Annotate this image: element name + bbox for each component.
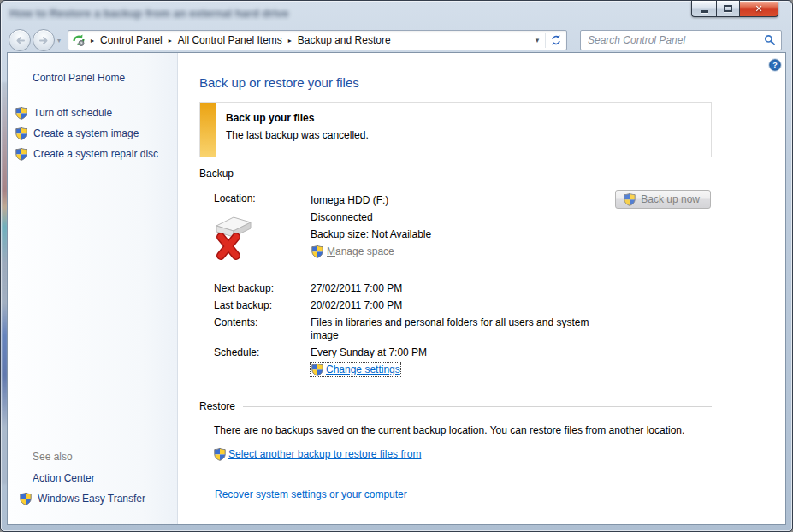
search-input[interactable] (581, 34, 759, 46)
sidebar-item-action-center[interactable]: Action Center (15, 471, 177, 484)
disconnected-drive-icon (213, 210, 254, 260)
title-bar[interactable]: How to Restore a backup from an external… (1, 1, 792, 27)
address-bar[interactable]: ▸ Control Panel ▸ All Control Panel Item… (68, 30, 567, 50)
breadcrumb-all-items[interactable]: All Control Panel Items (177, 32, 283, 49)
uac-shield-icon (213, 447, 227, 461)
schedule-label: Schedule: (214, 346, 311, 380)
sidebar-item-create-repair-disc[interactable]: Create a system repair disc (15, 147, 177, 160)
uac-shield-icon (15, 106, 28, 120)
minimize-button[interactable] (691, 1, 716, 17)
sidebar-item-label: Windows Easy Transfer (38, 493, 145, 505)
see-also-heading: See also (33, 451, 177, 463)
banner-accent-bar (200, 103, 216, 157)
breadcrumb-arrow-icon: ▸ (163, 37, 177, 44)
breadcrumb-arrow-icon: ▸ (86, 37, 99, 44)
uac-shield-icon (15, 127, 28, 140)
sidebar-item-label: Create a system repair disc (33, 148, 158, 160)
contents-value: Files in libraries and personal folders … (311, 316, 593, 342)
table-row: Schedule: Every Sunday at 7:00 PM Change… (199, 346, 712, 380)
location-label: Location: (214, 192, 256, 204)
main-content: ? Back up or restore your files Back up … (178, 53, 785, 524)
backup-section-label: Backup (199, 168, 234, 180)
table-row: Last backup: 20/02/2011 7:00 PM (199, 299, 712, 312)
back-button[interactable] (9, 29, 31, 51)
contents-label: Contents: (214, 316, 311, 342)
nav-buttons: ▾ (9, 29, 61, 51)
breadcrumb-arrow-icon: ▸ (283, 37, 297, 44)
breadcrumb-backup-restore[interactable]: Backup and Restore (297, 32, 392, 49)
table-row: Next backup: 27/02/2011 7:00 PM (199, 282, 712, 295)
maximize-button[interactable] (716, 1, 740, 17)
change-settings-label: Change settings (326, 364, 400, 376)
uac-shield-icon (311, 245, 324, 258)
last-backup-label: Last backup: (214, 299, 311, 312)
uac-shield-icon (311, 363, 324, 376)
recover-system-link[interactable]: Recover system settings or your computer (215, 488, 712, 500)
backup-size: Backup size: Not Available (311, 226, 712, 243)
sidebar-item-windows-easy-transfer[interactable]: Windows Easy Transfer (15, 492, 177, 505)
sidebar-item-label: Action Center (33, 472, 95, 484)
banner-message: The last backup was cancelled. (226, 129, 369, 141)
sidebar-item-turn-off-schedule[interactable]: Turn off schedule (15, 106, 177, 119)
close-icon: ✕ (755, 4, 762, 14)
recent-pages-dropdown[interactable]: ▾ (57, 37, 61, 44)
sidebar-item-label: Create a system image (33, 127, 139, 139)
help-icon: ? (768, 58, 782, 72)
restore-message: There are no backups saved on the curren… (214, 424, 712, 436)
refresh-button[interactable] (546, 34, 566, 46)
client-area: Control Panel Home Turn off schedule Cre… (8, 53, 785, 524)
restore-section-header: Restore (199, 400, 712, 412)
breadcrumb-control-panel[interactable]: Control Panel (99, 32, 163, 49)
sidebar-item-control-panel-home[interactable]: Control Panel Home (33, 72, 177, 84)
search-icon (764, 34, 776, 46)
schedule-value: Every Sunday at 7:00 PM Change settings (311, 346, 427, 380)
uac-shield-icon (19, 492, 33, 505)
back-up-now-label: Back up now (641, 193, 700, 205)
forward-button[interactable] (33, 29, 55, 51)
uac-shield-icon (15, 147, 28, 161)
last-backup-value: 20/02/2011 7:00 PM (311, 299, 402, 312)
restore-section-label: Restore (199, 400, 235, 412)
section-divider (241, 174, 712, 174)
backup-section: Location: Iomega HDD (F:) Disconnected B… (199, 192, 712, 380)
forward-arrow-icon (38, 35, 50, 46)
window-controls: ✕ (691, 1, 778, 17)
aero-glass-reflection (2, 82, 8, 484)
manage-space-label: Manage space (327, 243, 394, 260)
sidebar-tasks: Turn off schedule Create a system image … (8, 106, 177, 160)
status-banner: Back up your files The last backup was c… (199, 102, 712, 157)
close-button[interactable]: ✕ (740, 1, 778, 17)
backup-section-header: Backup (199, 168, 712, 180)
help-button[interactable]: ? (768, 58, 782, 74)
drive-status: Disconnected (311, 209, 712, 226)
search-button[interactable] (759, 31, 781, 50)
next-backup-value: 27/02/2011 7:00 PM (311, 282, 402, 295)
schedule-text: Every Sunday at 7:00 PM (311, 346, 427, 358)
change-settings-link[interactable]: Change settings (311, 363, 400, 376)
navigation-bar: ▾ ▸ Control Panel ▸ All Control Panel It… (1, 27, 792, 53)
sidebar-item-label: Turn off schedule (33, 107, 112, 119)
sidebar-item-create-system-image[interactable]: Create a system image (15, 127, 177, 139)
select-another-backup-link[interactable]: Select another backup to restore files f… (213, 447, 712, 461)
search-box (580, 30, 782, 50)
manage-space-link[interactable]: Manage space (311, 243, 712, 260)
uac-shield-icon (623, 192, 636, 206)
sidebar: Control Panel Home Turn off schedule Cre… (8, 53, 178, 524)
address-dropdown-icon[interactable]: ▾ (530, 36, 545, 44)
refresh-icon (550, 34, 562, 46)
banner-body: Back up your files The last backup was c… (216, 103, 369, 157)
backup-restore-window: How to Restore a backup from an external… (0, 0, 793, 532)
see-also-section: See also Action Center Windows Easy Tran… (8, 451, 177, 512)
window-title-blurred: How to Restore a backup from an external… (9, 7, 289, 20)
select-another-backup-label: Select another backup to restore files f… (228, 448, 421, 460)
table-row: Contents: Files in libraries and persona… (199, 316, 712, 342)
next-backup-label: Next backup: (214, 282, 311, 295)
minimize-icon (701, 10, 708, 13)
backup-location-row: Location: Iomega HDD (F:) Disconnected B… (199, 192, 712, 269)
back-arrow-icon (15, 35, 26, 46)
page-title: Back up or restore your files (199, 75, 712, 90)
backup-restore-icon (72, 33, 86, 47)
back-up-now-button[interactable]: Back up now (615, 190, 711, 209)
banner-title: Back up your files (226, 112, 369, 124)
backup-info-rows: Next backup: 27/02/2011 7:00 PM Last bac… (199, 282, 712, 380)
